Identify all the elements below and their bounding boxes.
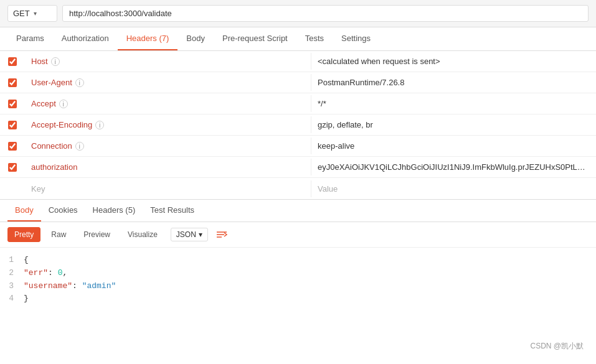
line-content: "err": 0,	[24, 267, 67, 280]
method-label: GET	[13, 9, 30, 18]
header-row: Accepti*/*	[0, 93, 596, 114]
header-row: authorizationeyJ0eXAiOiJKV1QiLCJhbGciOiJ…	[0, 157, 596, 178]
line-number: 2	[5, 267, 24, 280]
header-checkbox[interactable]	[8, 163, 17, 172]
code-line: 4}	[0, 292, 596, 306]
header-checkbox[interactable]	[8, 100, 17, 108]
tab-settings[interactable]: Settings	[333, 27, 379, 50]
header-checkbox[interactable]	[8, 57, 17, 66]
info-icon[interactable]: i	[75, 142, 84, 151]
header-key: User-Agenti	[25, 74, 311, 91]
format-select[interactable]: JSON▾	[171, 228, 208, 241]
header-placeholder-row: KeyValue	[0, 178, 596, 199]
body-format-btn-visualize[interactable]: Visualize	[121, 227, 164, 242]
info-icon[interactable]: i	[59, 100, 68, 108]
tab-authorization[interactable]: Authorization	[53, 27, 118, 50]
header-key: Hosti	[25, 53, 311, 70]
request-tabs: ParamsAuthorizationHeaders (7)BodyPre-re…	[0, 27, 596, 51]
code-viewer: 1{2 "err": 0,3 "username": "admin"4}	[0, 248, 596, 312]
header-checkbox[interactable]	[8, 142, 17, 151]
header-row: Hosti<calculated when request is sent>	[0, 51, 596, 72]
header-key-placeholder[interactable]: Key	[25, 180, 311, 197]
url-input[interactable]	[62, 5, 589, 22]
header-value-placeholder[interactable]: Value	[311, 180, 596, 197]
response-tab-cookies[interactable]: Cookies	[41, 200, 85, 222]
header-value: keep-alive	[311, 138, 596, 154]
header-key: Accept-Encodingi	[25, 116, 311, 133]
wrap-icon[interactable]	[212, 227, 232, 242]
header-checkbox[interactable]	[8, 121, 17, 129]
headers-section: Hosti<calculated when request is sent>Us…	[0, 51, 596, 200]
header-value: PostmanRuntime/7.26.8	[311, 74, 596, 91]
token-key: "err"	[24, 268, 48, 278]
response-tab-test-results[interactable]: Test Results	[143, 200, 202, 222]
code-line: 3 "username": "admin"	[0, 280, 596, 293]
body-format-btn-raw[interactable]: Raw	[44, 227, 73, 242]
body-format-btn-pretty[interactable]: Pretty	[7, 227, 40, 242]
response-tab-headers-5[interactable]: Headers (5)	[85, 200, 143, 222]
token-key: "username"	[24, 281, 72, 291]
info-icon[interactable]: i	[95, 121, 104, 129]
line-number: 1	[5, 254, 24, 267]
header-key: Connectioni	[25, 138, 311, 154]
line-content: {	[24, 254, 29, 267]
method-chevron: ▾	[34, 10, 37, 17]
token-colon: :	[48, 268, 58, 278]
header-value: */*	[311, 95, 596, 112]
header-checkbox[interactable]	[8, 78, 17, 87]
code-line: 1{	[0, 254, 596, 267]
line-content: "username": "admin"	[24, 280, 116, 293]
header-key: authorization	[25, 159, 311, 175]
token-str: "admin"	[82, 281, 116, 291]
header-value: eyJ0eXAiOiJKV1QiLCJhbGciOiJIUzI1NiJ9.ImF…	[311, 159, 596, 175]
response-tabs: BodyCookiesHeaders (5)Test Results	[0, 200, 596, 222]
tab-tests[interactable]: Tests	[296, 27, 333, 50]
info-icon[interactable]: i	[75, 78, 84, 87]
method-select[interactable]: GET ▾	[7, 5, 57, 22]
line-content: }	[24, 292, 29, 306]
tab-pre-request-script[interactable]: Pre-request Script	[214, 27, 296, 50]
url-bar: GET ▾	[0, 0, 596, 27]
format-chevron: ▾	[199, 230, 202, 239]
code-line: 2 "err": 0,	[0, 267, 596, 280]
header-row: Connectionikeep-alive	[0, 136, 596, 157]
line-number: 4	[5, 292, 24, 306]
response-tab-body[interactable]: Body	[7, 200, 41, 222]
body-format-btn-preview[interactable]: Preview	[77, 227, 117, 242]
tab-headers-7[interactable]: Headers (7)	[118, 27, 178, 50]
token-brace: {	[24, 255, 29, 264]
info-icon[interactable]: i	[51, 57, 60, 66]
format-label: JSON	[176, 230, 196, 239]
body-toolbar: PrettyRawPreviewVisualizeJSON▾	[0, 222, 596, 248]
tab-body[interactable]: Body	[177, 27, 214, 50]
token-brace: }	[24, 294, 29, 303]
header-value: <calculated when request is sent>	[311, 53, 596, 70]
header-row: User-AgentiPostmanRuntime/7.26.8	[0, 72, 596, 93]
token-plain: ,	[62, 268, 67, 278]
line-number: 3	[5, 280, 24, 293]
header-key: Accepti	[25, 95, 311, 112]
token-colon: :	[72, 281, 82, 291]
tab-params[interactable]: Params	[7, 27, 53, 50]
header-row: Accept-Encodingigzip, deflate, br	[0, 114, 596, 136]
header-value: gzip, deflate, br	[311, 116, 596, 133]
